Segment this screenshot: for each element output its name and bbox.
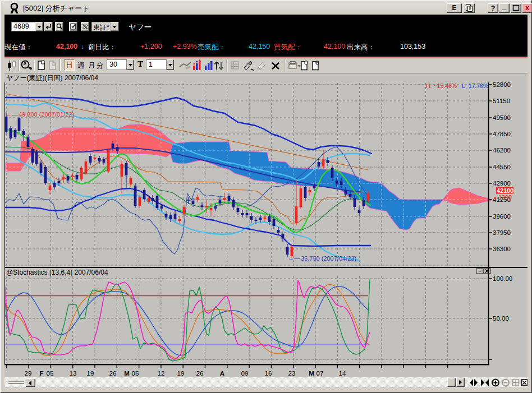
svg-text:L: 17.76%: L: 17.76% <box>462 82 488 89</box>
svg-text:26: 26 <box>109 370 117 377</box>
svg-text:M: M <box>124 370 130 377</box>
svg-text:46200: 46200 <box>493 147 511 154</box>
svg-text:100.00: 100.00 <box>493 275 512 282</box>
svg-text:35,750 (2007/04/23): 35,750 (2007/04/23) <box>301 255 356 262</box>
svg-text:42100: 42100 <box>497 187 513 194</box>
svg-text:05: 05 <box>132 370 139 377</box>
svg-text:19: 19 <box>87 370 94 377</box>
svg-text:←—: ←— <box>6 111 18 118</box>
svg-text:H: ~15.46%: H: ~15.46% <box>426 82 457 89</box>
svg-text:19: 19 <box>177 370 185 377</box>
svg-text:23: 23 <box>288 370 296 377</box>
svg-text:47850: 47850 <box>493 131 511 137</box>
svg-text:51150: 51150 <box>493 98 510 104</box>
svg-text:37950: 37950 <box>493 229 511 236</box>
svg-text:P: P <box>317 61 319 64</box>
svg-text:16: 16 <box>265 370 272 377</box>
svg-text:09: 09 <box>241 370 249 377</box>
svg-text:42900: 42900 <box>493 180 511 187</box>
svg-text:1200: 1200 <box>498 194 512 201</box>
svg-text:M: M <box>309 370 314 377</box>
svg-text:07: 07 <box>317 370 324 377</box>
svg-text:14: 14 <box>339 370 346 377</box>
svg-text:12: 12 <box>158 370 165 377</box>
svg-text:50.00: 50.00 <box>493 315 509 322</box>
svg-text:49500: 49500 <box>493 114 511 121</box>
svg-text:52800: 52800 <box>493 81 511 88</box>
svg-text:39600: 39600 <box>493 213 511 220</box>
svg-text:A: A <box>220 370 224 377</box>
svg-text:44550: 44550 <box>493 164 511 170</box>
svg-text:@Stochastics (13,6,4) 2007/06/: @Stochastics (13,6,4) 2007/06/04 <box>6 269 108 276</box>
svg-text:36300: 36300 <box>493 246 511 252</box>
svg-text:26: 26 <box>196 370 204 377</box>
svg-text:F: F <box>39 370 43 377</box>
svg-text:05: 05 <box>47 370 54 377</box>
svg-text:ヤフー(東証)(日間) 2007/06/04: ヤフー(東証)(日間) 2007/06/04 <box>6 74 98 82</box>
svg-text:49,800 (2007/01/22): 49,800 (2007/01/22) <box>19 111 74 118</box>
svg-text:29: 29 <box>25 370 32 377</box>
svg-text:13: 13 <box>70 370 77 377</box>
svg-text:←—: ←— <box>288 255 300 261</box>
